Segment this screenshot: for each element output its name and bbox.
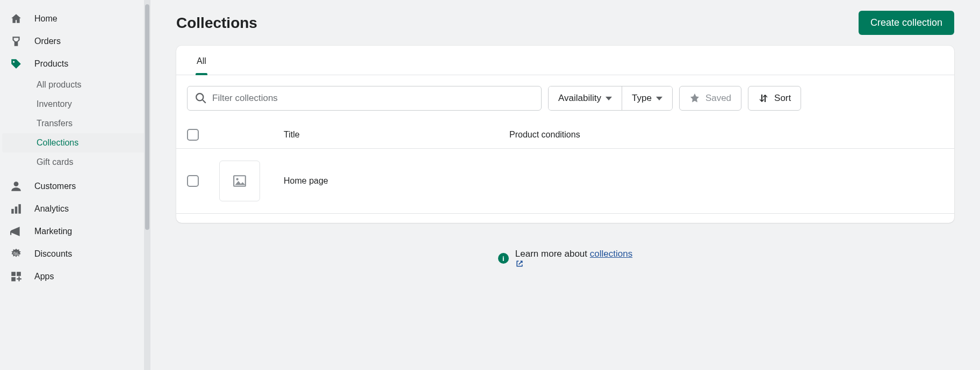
learn-more: i Learn more about collections xyxy=(176,249,954,268)
sidebar-subitem-label: Gift cards xyxy=(37,157,73,167)
external-link-icon xyxy=(515,259,632,268)
caret-down-icon xyxy=(656,97,662,100)
sidebar-subitem-all-products[interactable]: All products xyxy=(2,75,146,95)
filter-label: Availability xyxy=(558,93,601,104)
filter-label: Type xyxy=(632,93,652,104)
marketing-icon xyxy=(10,225,23,238)
sidebar-item-label: Orders xyxy=(34,37,61,46)
svg-point-0 xyxy=(14,182,19,186)
card-footer xyxy=(176,213,954,223)
discounts-icon: % xyxy=(10,248,23,260)
svg-rect-5 xyxy=(11,272,16,276)
sidebar-item-label: Home xyxy=(34,14,57,24)
analytics-icon xyxy=(10,202,23,215)
svg-point-11 xyxy=(236,178,239,180)
type-filter-button[interactable]: Type xyxy=(622,86,672,110)
sidebar-scrollbar[interactable] xyxy=(144,0,150,370)
svg-rect-6 xyxy=(17,272,21,276)
apps-icon xyxy=(10,270,23,283)
orders-icon xyxy=(10,35,23,48)
svg-point-8 xyxy=(196,93,203,100)
sort-button[interactable]: Sort xyxy=(748,86,801,111)
table-header: Title Product conditions xyxy=(176,121,954,149)
sidebar-item-customers[interactable]: Customers xyxy=(0,175,150,198)
create-collection-button[interactable]: Create collection xyxy=(859,11,954,35)
svg-line-9 xyxy=(203,100,206,103)
page-header: Collections Create collection xyxy=(176,11,954,35)
svg-rect-1 xyxy=(11,209,13,214)
sidebar-item-discounts[interactable]: % Discounts xyxy=(0,243,150,265)
filters-row: Availability Type Saved xyxy=(176,75,954,121)
row-title: Home page xyxy=(284,176,509,186)
svg-rect-3 xyxy=(18,204,20,214)
filter-group: Availability Type xyxy=(548,86,673,111)
home-icon xyxy=(10,12,23,25)
collections-help-link[interactable]: collections xyxy=(590,249,632,259)
caret-down-icon xyxy=(606,97,612,100)
sidebar-subitem-label: Inventory xyxy=(37,99,72,109)
sidebar-item-label: Marketing xyxy=(34,227,72,236)
sidebar-subitem-gift-cards[interactable]: Gift cards xyxy=(2,153,146,172)
search-input[interactable] xyxy=(212,93,534,104)
sidebar-item-marketing[interactable]: Marketing xyxy=(0,220,150,243)
sidebar-item-label: Products xyxy=(34,59,68,69)
sidebar-subitem-transfers[interactable]: Transfers xyxy=(2,114,146,133)
sidebar-item-analytics[interactable]: Analytics xyxy=(0,198,150,220)
table-row[interactable]: Home page xyxy=(176,149,954,213)
svg-text:%: % xyxy=(13,251,19,257)
sidebar-item-label: Customers xyxy=(34,182,76,191)
sidebar-item-products[interactable]: Products xyxy=(0,53,150,75)
saved-label: Saved xyxy=(705,93,731,104)
tabs: All xyxy=(176,46,954,75)
sidebar-item-label: Apps xyxy=(34,272,54,281)
image-placeholder-icon xyxy=(233,174,247,188)
select-all-checkbox[interactable] xyxy=(187,129,199,141)
collections-card: All Availability Type xyxy=(176,46,954,223)
column-header-title: Title xyxy=(284,130,509,140)
sidebar-subitem-label: Collections xyxy=(37,138,78,148)
sort-label: Sort xyxy=(774,93,791,104)
tab-label: All xyxy=(197,56,206,66)
sidebar-item-label: Discounts xyxy=(34,249,72,259)
products-icon xyxy=(10,57,23,70)
info-icon: i xyxy=(498,253,509,264)
sidebar-subitem-label: Transfers xyxy=(37,119,73,128)
tab-all[interactable]: All xyxy=(186,46,217,75)
sidebar: Home Orders Products All products Invent… xyxy=(0,0,150,370)
sidebar-subitem-collections[interactable]: Collections xyxy=(2,133,146,153)
scrollbar-thumb[interactable] xyxy=(145,4,149,230)
search-field[interactable] xyxy=(187,86,542,111)
sidebar-item-orders[interactable]: Orders xyxy=(0,30,150,53)
main-content: Collections Create collection All Av xyxy=(150,0,980,370)
collection-thumbnail xyxy=(219,161,260,201)
learn-more-text: Learn more about collections xyxy=(515,249,632,268)
search-icon xyxy=(195,92,207,104)
svg-rect-7 xyxy=(11,277,16,281)
sort-icon xyxy=(758,93,769,104)
sidebar-subitem-label: All products xyxy=(37,80,82,90)
sidebar-subitem-inventory[interactable]: Inventory xyxy=(2,95,146,114)
customers-icon xyxy=(10,180,23,193)
availability-filter-button[interactable]: Availability xyxy=(549,86,622,110)
column-header-conditions: Product conditions xyxy=(509,130,943,140)
page-title: Collections xyxy=(176,14,257,32)
row-checkbox[interactable] xyxy=(187,175,199,187)
svg-rect-2 xyxy=(15,207,17,214)
sidebar-item-label: Analytics xyxy=(34,204,69,214)
sidebar-item-apps[interactable]: Apps xyxy=(0,265,150,288)
saved-button[interactable]: Saved xyxy=(679,86,741,111)
star-icon xyxy=(689,93,700,104)
sidebar-item-home[interactable]: Home xyxy=(0,8,150,30)
